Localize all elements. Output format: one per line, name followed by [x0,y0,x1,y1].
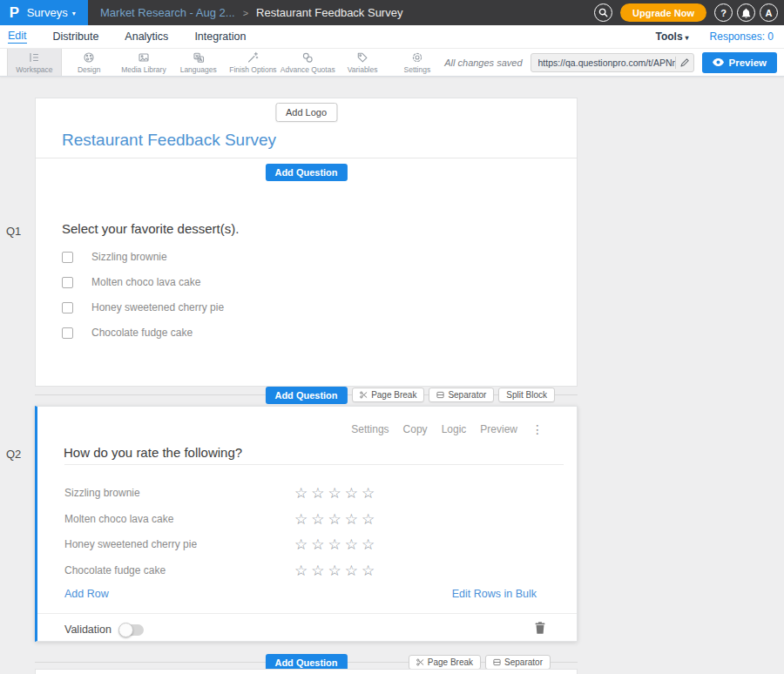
page-break-button[interactable]: Page Break [409,655,481,670]
separator-icon [436,391,444,399]
breadcrumb-separator: > [243,8,248,18]
q1-option-2[interactable]: Molten choco lava cake [62,276,200,288]
survey-block-2-selected[interactable]: Settings Copy Logic Preview ⋮ How do you… [35,406,578,642]
divider [36,158,577,158]
divider [37,613,577,614]
surveys-menu-label: Surveys [27,6,68,19]
rating-row-2: Molten choco lava cake ☆☆☆☆☆ [64,510,564,528]
tab-integration[interactable]: Integration [194,30,246,43]
notifications-button[interactable] [737,3,755,22]
magic-wand-icon [247,51,259,64]
add-row-link[interactable]: Add Row [64,588,109,600]
chevron-down-icon: ▾ [72,10,76,17]
palette-icon [83,51,95,64]
edit-rows-in-bulk-link[interactable]: Edit Rows in Bulk [452,588,537,600]
survey-url: https://qa.questionpro.com/t/APNrFZgS [538,57,675,68]
toolbar-item-variables[interactable]: Variables [335,49,390,76]
preview-button[interactable]: Preview [702,52,777,73]
validation-toggle[interactable] [120,624,144,636]
save-status: All changes saved [444,57,522,68]
toolbar-item-settings[interactable]: Settings [389,49,444,76]
star-rating-icons[interactable]: ☆☆☆☆☆ [294,512,378,527]
insert-row-2: Add Question Page Break Separator [35,653,578,671]
breadcrumb: Market Research - Aug 2... > Restaurant … [100,6,402,19]
checkbox-icon[interactable] [62,252,73,263]
checkbox-icon[interactable] [62,327,73,339]
breadcrumb-survey-title: Restaurant Feedback Survey [256,6,402,19]
validation-row: Validation [64,623,144,636]
survey-url-field[interactable]: https://qa.questionpro.com/t/APNrFZgS [531,53,694,72]
page-break-button[interactable]: Page Break [352,388,424,402]
star-rating-icons[interactable]: ☆☆☆☆☆ [294,563,378,578]
add-logo-button[interactable]: Add Logo [275,103,337,122]
toolbar-item-workspace[interactable]: Workspace [7,49,62,76]
add-question-button-top[interactable]: Add Question [265,164,347,181]
toolbar-item-media-library[interactable]: Media Library [117,49,172,76]
more-options-icon[interactable]: ⋮ [531,422,544,436]
translate-icon [193,51,205,64]
star-rating-icons[interactable]: ☆☆☆☆☆ [294,486,378,501]
rating-row-1: Sizzling brownie ☆☆☆☆☆ [64,484,564,502]
star-rating-icons[interactable]: ☆☆☆☆☆ [294,537,378,552]
separator-icon [493,658,501,666]
separator-button[interactable]: Separator [429,388,494,402]
pencil-icon [680,58,689,67]
topbar-actions: Upgrade Now ? A [594,3,784,22]
eye-icon [713,58,724,66]
toolbar-item-design[interactable]: Design [62,49,117,76]
bell-icon [741,8,751,18]
question-number-q2: Q2 [6,448,21,461]
question-copy-button[interactable]: Copy [403,423,428,435]
q1-option-4[interactable]: Chocolate fudge cake [62,327,193,339]
breadcrumb-folder[interactable]: Market Research - Aug 2... [100,6,235,19]
question-preview-button[interactable]: Preview [480,423,517,435]
toolbar-item-finish-options[interactable]: Finish Options [226,49,280,76]
surveys-product-menu[interactable]: P Surveys ▾ [0,0,88,25]
upgrade-now-button[interactable]: Upgrade Now [620,3,706,22]
image-icon [138,51,150,64]
chevron-down-icon: ▾ [686,34,689,42]
responses-count[interactable]: Responses: 0 [710,30,774,43]
help-button[interactable]: ? [714,3,733,22]
tab-edit[interactable]: Edit [8,30,27,44]
checkbox-icon[interactable] [62,277,73,288]
survey-block-3-partial [35,669,578,674]
separator-button[interactable]: Separator [485,655,551,670]
tag-icon [356,51,368,64]
tab-distribute[interactable]: Distribute [53,30,99,43]
checkbox-icon[interactable] [62,302,73,313]
trash-icon [535,622,545,634]
gear-icon [411,51,423,64]
rating-row-4: Chocolate fudge cake ☆☆☆☆☆ [64,562,564,579]
workspace-icon [28,51,40,64]
search-icon [598,8,608,17]
top-bar: P Surveys ▾ Market Research - Aug 2... >… [0,0,784,25]
divider [64,464,564,465]
edit-toolbar: Workspace Design Media Library Languages… [0,48,784,77]
question-logic-button[interactable]: Logic [442,423,467,435]
split-block-button[interactable]: Split Block [498,388,555,402]
account-button[interactable]: A [760,3,778,22]
survey-block-1: Add Logo Restaurant Feedback Survey Add … [35,98,578,387]
toolbar-item-languages[interactable]: Languages [171,49,226,76]
toolbar-item-advance-quotas[interactable]: Advance Quotas [280,49,335,76]
search-button[interactable] [594,3,612,22]
survey-title[interactable]: Restaurant Feedback Survey [62,131,276,150]
question-actions: Settings Copy Logic Preview ⋮ [351,422,544,436]
q1-option-3[interactable]: Honey sweetened cherry pie [62,301,224,313]
q1-option-1[interactable]: Sizzling brownie [62,251,167,263]
toggle-knob [118,623,133,637]
edit-url-button[interactable] [675,57,689,69]
tab-analytics[interactable]: Analytics [125,30,168,43]
section-nav: Edit Distribute Analytics Integration To… [0,25,784,48]
q1-question-text[interactable]: Select your favorite dessert(s). [62,221,239,236]
q2-question-text[interactable]: How do you rate the following? [64,445,242,460]
insert-row-1: Add Question Page Break Separator Split … [35,387,578,404]
tools-menu[interactable]: Tools▾ [655,30,688,43]
questionpro-logo: P [10,5,19,21]
question-number-q1: Q1 [6,225,21,238]
question-settings-button[interactable]: Settings [351,423,389,435]
validation-label: Validation [64,623,112,636]
delete-question-button[interactable] [535,622,545,634]
add-question-button-middle[interactable]: Add Question [265,387,347,404]
